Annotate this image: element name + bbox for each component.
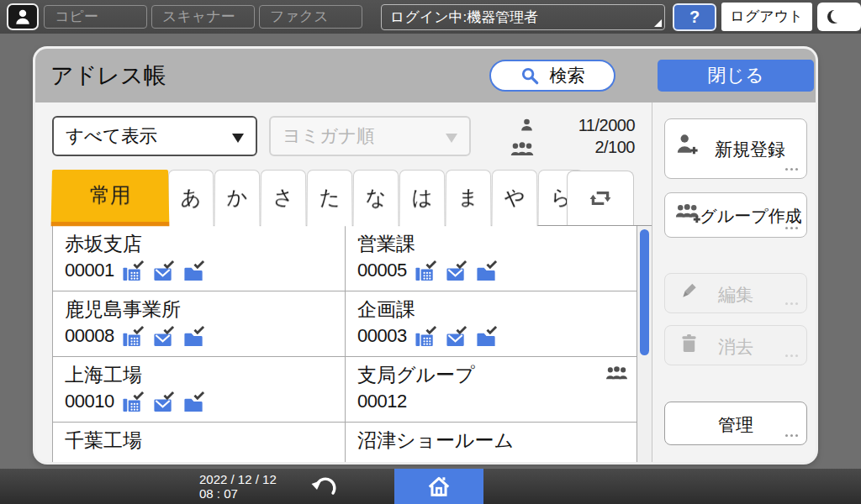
search-icon	[520, 66, 540, 86]
chevron-down-icon	[446, 134, 457, 143]
fax-icon	[122, 259, 145, 283]
user-icon	[13, 8, 32, 26]
create-group-button[interactable]: グループ作成	[664, 192, 807, 238]
entry-code: 00003	[357, 323, 407, 349]
tab-letter-ka[interactable]: か	[214, 170, 260, 226]
address-list-area: すべて表示 ヨミガナ順 11/2000 2	[35, 102, 652, 462]
more-options-icon	[785, 434, 788, 437]
action-sidebar: 新規登録 グループ作成	[652, 102, 816, 462]
bottom-status-bar: 2022 / 12 / 12 08 : 07	[0, 469, 861, 504]
tab-letter-ya[interactable]: や	[491, 170, 537, 226]
tab-scanner[interactable]: スキャナー	[151, 5, 255, 29]
tab-letter-ma[interactable]: ま	[445, 170, 491, 226]
display-filter-value: すべて表示	[66, 126, 157, 146]
folder-icon	[475, 324, 498, 349]
tab-letter-ta[interactable]: た	[306, 170, 352, 226]
fax-icon	[122, 390, 145, 414]
group-icon	[605, 365, 628, 384]
create-group-label: グループ作成	[695, 205, 806, 228]
entry-code: 00012	[357, 389, 407, 414]
sort-order-dropdown: ヨミガナ順	[269, 116, 471, 156]
logout-button[interactable]: ログアウト	[721, 3, 812, 31]
edit-button[interactable]: 編集	[664, 273, 807, 313]
address-book-dialog: アドレス帳 検索 閉じる すべて表示 ヨミガナ順	[35, 49, 816, 462]
search-label: 検索	[550, 64, 585, 87]
back-button[interactable]	[296, 469, 357, 504]
dialog-body: すべて表示 ヨミガナ順 11/2000 2	[35, 102, 816, 462]
scrollbar-thumb[interactable]	[640, 229, 649, 355]
entry-code: 00010	[65, 389, 114, 414]
more-options-icon	[785, 354, 788, 357]
address-entry-list: 赤坂支店 00001 営業課 00005	[52, 225, 652, 462]
entry-name: 上海工場	[65, 362, 142, 388]
tab-letter-sa[interactable]: さ	[260, 170, 306, 226]
entry-name: 鹿児島事業所	[65, 297, 181, 323]
tab-letter-ha[interactable]: は	[399, 170, 445, 226]
manage-label: 管理	[665, 413, 806, 437]
page-title: アドレス帳	[50, 49, 166, 102]
help-button[interactable]: ?	[673, 3, 716, 31]
display-filter-dropdown[interactable]: すべて表示	[52, 116, 257, 156]
tab-fax[interactable]: ファクス	[259, 5, 362, 29]
fax-icon	[415, 324, 437, 349]
folder-icon	[182, 390, 205, 414]
time-text: 08 : 07	[199, 486, 277, 501]
group-count-icon	[510, 141, 535, 160]
fax-icon	[415, 259, 437, 283]
moon-icon	[831, 9, 844, 23]
entry-code: 00005	[357, 258, 407, 283]
email-icon	[445, 259, 467, 283]
new-entry-button[interactable]: 新規登録	[664, 118, 807, 179]
entry-cell[interactable]: 上海工場 00010	[53, 357, 346, 423]
dropdown-corner-icon	[654, 19, 662, 27]
login-status-text: ログイン中:機器管理者	[390, 9, 538, 25]
entry-cell[interactable]: 営業課 00005	[346, 226, 637, 291]
back-icon	[310, 473, 342, 500]
swap-icon	[589, 187, 612, 209]
email-icon	[152, 324, 175, 349]
entry-cell[interactable]: 鹿児島事業所 00008	[53, 291, 346, 357]
entry-name: 赤坂支店	[65, 231, 142, 257]
email-icon	[152, 259, 175, 283]
manage-button[interactable]: 管理	[664, 402, 807, 445]
entry-cell[interactable]: 支局グループ 00012	[346, 357, 637, 423]
date-text: 2022 / 12 / 12	[199, 472, 277, 486]
delete-button[interactable]: 消去	[664, 325, 807, 365]
entry-cell[interactable]: 沼津ショールーム	[346, 423, 637, 462]
entry-cell[interactable]: 千葉工場	[53, 423, 346, 462]
home-icon	[425, 474, 452, 499]
scrollbar-track[interactable]	[637, 226, 652, 462]
tab-frequent[interactable]: 常用	[51, 170, 170, 226]
tab-letter-na[interactable]: な	[352, 170, 399, 226]
sleep-mode-button[interactable]	[817, 3, 861, 31]
entry-name: 企画課	[357, 297, 415, 323]
entry-name: 支局グループ	[357, 362, 475, 388]
toggle-list-view-button[interactable]	[567, 171, 634, 225]
more-options-icon	[785, 302, 788, 305]
home-button[interactable]	[394, 469, 483, 504]
chevron-down-icon	[232, 134, 244, 143]
tab-copy[interactable]: コピー	[44, 5, 147, 29]
folder-icon	[182, 259, 205, 283]
entry-cell[interactable]: 赤坂支店 00001	[53, 226, 346, 291]
entry-cell[interactable]: 企画課 00003	[346, 291, 637, 357]
entry-code: 00001	[65, 258, 114, 283]
user-button[interactable]	[7, 3, 39, 30]
clock: 2022 / 12 / 12 08 : 07	[199, 472, 277, 501]
entry-name: 営業課	[357, 231, 415, 257]
sort-order-value: ヨミガナ順	[283, 126, 375, 146]
email-icon	[152, 390, 175, 414]
entry-name: 沼津ショールーム	[357, 428, 514, 454]
login-status-dropdown[interactable]: ログイン中:機器管理者	[381, 4, 665, 30]
entry-name: 千葉工場	[65, 428, 142, 454]
more-options-icon	[785, 168, 788, 171]
dialog-header: アドレス帳 検索 閉じる	[35, 49, 816, 102]
email-icon	[445, 324, 467, 349]
search-button[interactable]: 検索	[489, 60, 615, 92]
fax-icon	[122, 324, 145, 349]
more-options-icon	[785, 227, 788, 229]
close-button[interactable]: 閉じる	[658, 60, 814, 92]
entry-count: 11/2000	[578, 116, 635, 135]
tab-letter-a[interactable]: あ	[167, 170, 214, 226]
new-entry-label: 新規登録	[694, 138, 806, 161]
